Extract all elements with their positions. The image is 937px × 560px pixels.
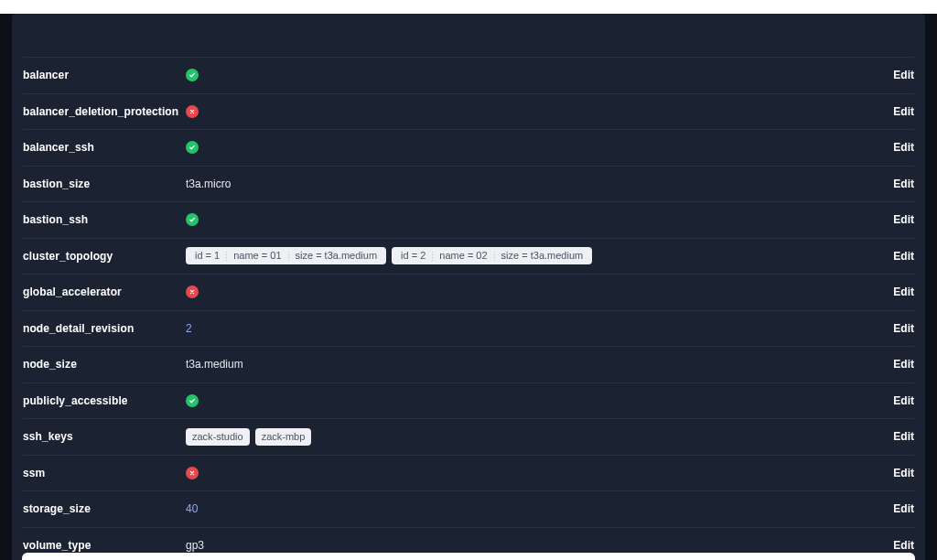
pill-separator bbox=[432, 252, 433, 261]
setting-key: bastion_ssh bbox=[23, 213, 186, 226]
object-pill-segment: size = t3a.medium bbox=[293, 251, 381, 261]
edit-button[interactable]: Edit bbox=[882, 141, 914, 154]
settings-row: storage_size40Edit bbox=[23, 491, 914, 528]
setting-value bbox=[186, 467, 882, 479]
settings-row: ssh_keyszack-studiozack-mbpEdit bbox=[23, 419, 914, 456]
settings-row: publicly_accessibleEdit bbox=[23, 383, 914, 420]
setting-value: id = 1name = 01size = t3a.mediumid = 2na… bbox=[186, 247, 882, 264]
edit-button[interactable]: Edit bbox=[882, 322, 914, 335]
settings-row: bastion_sizet3a.microEdit bbox=[23, 167, 914, 203]
edit-button[interactable]: Edit bbox=[882, 502, 914, 515]
tag-pill: zack-mbp bbox=[255, 428, 312, 446]
status-true-icon bbox=[186, 213, 199, 226]
setting-value-text: 2 bbox=[186, 322, 192, 335]
settings-row: cluster_topologyid = 1name = 01size = t3… bbox=[23, 239, 914, 275]
status-false-icon bbox=[186, 285, 199, 298]
setting-value bbox=[186, 141, 882, 154]
object-pill-segment: name = 02 bbox=[436, 251, 490, 261]
edit-button[interactable]: Edit bbox=[882, 285, 914, 298]
edit-button[interactable]: Edit bbox=[882, 105, 914, 118]
setting-key: cluster_topology bbox=[23, 250, 186, 263]
object-pill-segment: id = 1 bbox=[192, 251, 222, 261]
setting-key: node_detail_revision bbox=[23, 322, 186, 335]
setting-key: publicly_accessible bbox=[23, 394, 186, 407]
tag-pill: zack-studio bbox=[186, 428, 250, 446]
settings-row: ssmEdit bbox=[23, 456, 914, 492]
status-false-icon bbox=[186, 467, 199, 479]
app-root: { "actions": { "edit": "Edit" }, "rows":… bbox=[0, 0, 937, 560]
status-true-icon bbox=[186, 141, 199, 154]
object-pill-segment: name = 01 bbox=[231, 251, 284, 261]
top-white-strip bbox=[0, 0, 937, 14]
status-true-icon bbox=[186, 69, 199, 81]
setting-key: global_accelerator bbox=[23, 285, 186, 298]
edit-button[interactable]: Edit bbox=[882, 358, 914, 371]
bottom-white-band bbox=[22, 553, 915, 560]
setting-value bbox=[186, 285, 882, 298]
settings-row: bastion_sshEdit bbox=[23, 202, 914, 239]
edit-button[interactable]: Edit bbox=[882, 539, 914, 552]
setting-key: storage_size bbox=[23, 502, 186, 515]
setting-value: t3a.medium bbox=[186, 358, 882, 371]
setting-value: 2 bbox=[186, 322, 882, 335]
setting-key: ssh_keys bbox=[23, 430, 186, 443]
setting-value: zack-studiozack-mbp bbox=[186, 428, 882, 446]
setting-value bbox=[186, 105, 882, 118]
edit-button[interactable]: Edit bbox=[882, 430, 914, 443]
settings-row: balancerEdit bbox=[23, 58, 914, 94]
setting-key: balancer bbox=[23, 69, 186, 81]
edit-button[interactable]: Edit bbox=[882, 250, 914, 263]
setting-key: balancer_ssh bbox=[23, 141, 186, 154]
setting-value bbox=[186, 394, 882, 407]
panel-header-spacer bbox=[23, 14, 914, 58]
setting-value-text: gp3 bbox=[186, 539, 204, 552]
settings-row: balancer_sshEdit bbox=[23, 130, 914, 167]
settings-row: balancer_deletion_protectionEdit bbox=[23, 94, 914, 131]
object-pill-segment: id = 2 bbox=[398, 251, 428, 261]
setting-value: t3a.micro bbox=[186, 178, 882, 190]
setting-key: balancer_deletion_protection bbox=[23, 105, 186, 118]
settings-panel: balancerEditbalancer_deletion_protection… bbox=[12, 14, 925, 560]
status-true-icon bbox=[186, 394, 199, 407]
edit-button[interactable]: Edit bbox=[882, 467, 914, 479]
settings-row: node_sizet3a.mediumEdit bbox=[23, 347, 914, 383]
object-pill: id = 1name = 01size = t3a.medium bbox=[186, 247, 386, 264]
status-false-icon bbox=[186, 105, 199, 118]
object-pill: id = 2name = 02size = t3a.medium bbox=[392, 247, 592, 264]
edit-button[interactable]: Edit bbox=[882, 178, 914, 190]
setting-value bbox=[186, 213, 882, 226]
setting-value-text: 40 bbox=[186, 502, 198, 515]
edit-button[interactable]: Edit bbox=[882, 69, 914, 81]
setting-value bbox=[186, 69, 882, 81]
setting-value-text: t3a.medium bbox=[186, 358, 243, 371]
setting-value: 40 bbox=[186, 502, 882, 515]
object-pill-segment: size = t3a.medium bbox=[499, 251, 587, 261]
settings-row: node_detail_revision2Edit bbox=[23, 311, 914, 348]
edit-button[interactable]: Edit bbox=[882, 213, 914, 226]
settings-row: global_acceleratorEdit bbox=[23, 275, 914, 311]
pill-separator bbox=[494, 252, 495, 261]
edit-button[interactable]: Edit bbox=[882, 394, 914, 407]
pill-separator bbox=[226, 252, 227, 261]
setting-value: gp3 bbox=[186, 539, 882, 552]
setting-key: ssm bbox=[23, 467, 186, 479]
settings-rows: balancerEditbalancer_deletion_protection… bbox=[23, 58, 914, 560]
setting-key: node_size bbox=[23, 358, 186, 371]
pill-separator bbox=[288, 252, 289, 261]
setting-key: bastion_size bbox=[23, 178, 186, 190]
setting-value-text: t3a.micro bbox=[186, 178, 231, 190]
setting-key: volume_type bbox=[23, 539, 186, 552]
